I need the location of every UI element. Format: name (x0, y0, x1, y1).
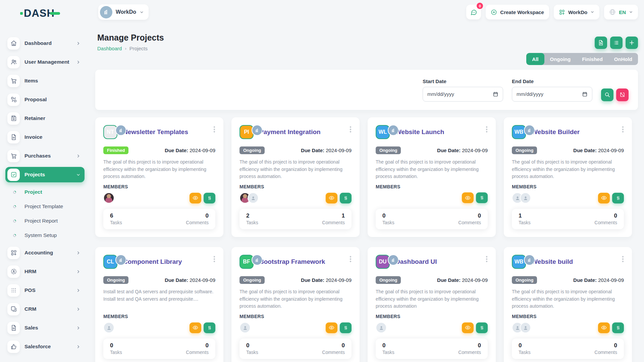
end-date-input[interactable]: mm/dd/yyyy (512, 87, 592, 102)
member-avatars (239, 322, 248, 333)
sidebar-item-pos[interactable]: POS (5, 283, 85, 298)
project-title-link[interactable]: Website Builder (532, 128, 580, 136)
sliders-icon (479, 195, 485, 200)
project-title-link[interactable]: Payment Integration (259, 128, 321, 136)
sidebar-subitem-project-template[interactable]: Project Template (5, 200, 85, 213)
sidebar-item-purchases[interactable]: Purchases (5, 148, 85, 164)
list-view-button[interactable] (610, 37, 623, 49)
sidebar-item-proposal[interactable]: Proposal (5, 92, 85, 107)
sliders-icon (479, 325, 485, 330)
search-button[interactable] (601, 88, 613, 101)
tasks-stat: 0 Tasks (382, 213, 394, 225)
project-title-link[interactable]: Bootstrap Framework (259, 258, 325, 265)
create-workspace-button[interactable]: Create Workspace (486, 5, 549, 19)
view-project-button[interactable] (598, 193, 610, 203)
tab-ongoing[interactable]: Ongoing (544, 53, 577, 65)
sidebar-item-retainer[interactable]: Retainer (5, 111, 85, 126)
view-project-button[interactable] (598, 322, 610, 333)
project-details-button[interactable] (204, 193, 215, 203)
comments-label: Comments (594, 350, 617, 355)
sidebar-item-sales[interactable]: Sales (5, 320, 85, 336)
breadcrumb: Dashboard › Projects (97, 46, 148, 51)
card-menu-button[interactable] (485, 125, 488, 133)
sidebar-item-label: Accounting (24, 250, 53, 256)
eye-icon (329, 195, 334, 201)
project-details-button[interactable] (476, 192, 488, 203)
card-menu-button[interactable] (621, 125, 625, 133)
project-details-button[interactable] (340, 322, 352, 333)
card-menu-button[interactable] (213, 125, 216, 133)
project-title-link[interactable]: Website build (532, 258, 573, 265)
workspace-selector[interactable]: WorkDo (98, 4, 149, 20)
view-project-button[interactable] (326, 322, 337, 333)
sliders-icon (343, 195, 348, 201)
sidebar-item-hrm[interactable]: HRM (5, 264, 85, 279)
workspace-selector-label: WorkDo (116, 9, 136, 15)
tasks-stat: 1 Tasks (519, 213, 531, 225)
project-title-link[interactable]: Component Library (123, 258, 182, 265)
brand-logo[interactable]: DASH (20, 7, 60, 19)
status-badge: Ongoing (239, 146, 265, 154)
start-date-input[interactable]: mm/dd/yyyy (423, 87, 503, 102)
view-project-button[interactable] (326, 193, 337, 203)
create-workspace-label: Create Workspace (500, 9, 544, 15)
tasks-count: 2 (246, 213, 258, 219)
sidebar-subitem-project[interactable]: Project (5, 186, 85, 198)
sidebar-item-accounting[interactable]: Accounting (5, 245, 85, 260)
project-description: The goal of this project is to improve o… (512, 159, 624, 181)
tab-all[interactable]: All (526, 53, 544, 65)
add-project-button[interactable] (626, 37, 638, 49)
calendar-icon (493, 91, 498, 97)
sidebar-item-dashboard[interactable]: Dashboard (5, 36, 85, 51)
sidebar-subitem-system-setup[interactable]: System Setup (5, 229, 85, 242)
reset-filter-button[interactable] (616, 88, 629, 101)
sidebar-item-crm[interactable]: CRM (5, 301, 85, 317)
card-menu-button[interactable] (349, 255, 352, 263)
project-details-button[interactable] (204, 322, 215, 333)
project-title-link[interactable]: Dashboard UI (395, 258, 437, 265)
view-project-button[interactable] (190, 193, 201, 203)
project-details-button[interactable] (476, 322, 488, 333)
tab-onhold[interactable]: OnHold (608, 53, 638, 65)
page-action-buttons (595, 37, 638, 49)
due-date-label: Due Date: (165, 277, 188, 283)
card-menu-button[interactable] (485, 255, 488, 263)
project-details-button[interactable] (612, 322, 624, 333)
sidebar-item-items[interactable]: Items (5, 73, 85, 88)
sidebar-item-user-management[interactable]: User Management (5, 54, 85, 70)
card-menu-button[interactable] (621, 255, 625, 263)
card-menu-button[interactable] (349, 125, 352, 133)
import-template-button[interactable] (595, 37, 607, 49)
card-actions (190, 322, 215, 333)
sidebar-item-invoice[interactable]: Invoice (5, 129, 85, 145)
project-details-button[interactable] (340, 193, 352, 203)
card-actions (190, 193, 215, 203)
messages-button[interactable]: 0 (466, 5, 481, 19)
chevron-down-icon (629, 10, 633, 14)
view-project-button[interactable] (190, 322, 201, 333)
workspace-dropdown[interactable]: WorkDo (554, 5, 599, 19)
due-date-label: Due Date: (301, 147, 324, 153)
breadcrumb-dashboard-link[interactable]: Dashboard (97, 46, 122, 51)
due-date-value: 2024-09-09 (190, 277, 215, 283)
sidebar-item-projects[interactable]: Projects (5, 167, 85, 182)
project-title-link[interactable]: Website Launch (395, 128, 444, 136)
language-selector[interactable]: EN (604, 5, 638, 19)
sidebar-item-salesforce[interactable]: Salesforce (5, 339, 85, 354)
project-title-link[interactable]: Newsletter Templates (123, 128, 188, 136)
project-details-button[interactable] (612, 193, 624, 203)
member-avatar-placeholder (520, 322, 531, 333)
project-avatar: WB (512, 125, 526, 139)
comments-count: 0 (478, 213, 481, 219)
tab-finished[interactable]: Finished (576, 53, 608, 65)
view-project-button[interactable] (462, 192, 474, 203)
comments-count: 0 (342, 342, 345, 349)
breadcrumb-current: Projects (129, 46, 148, 51)
members-row (103, 322, 215, 333)
sidebar-subitem-project-report[interactable]: Project Report (5, 215, 85, 227)
tasks-count: 0 (519, 342, 531, 349)
view-project-button[interactable] (462, 322, 474, 333)
card-stats: 0 Tasks 0 Comments (103, 339, 215, 359)
card-menu-button[interactable] (213, 255, 216, 263)
card-actions (598, 193, 624, 203)
